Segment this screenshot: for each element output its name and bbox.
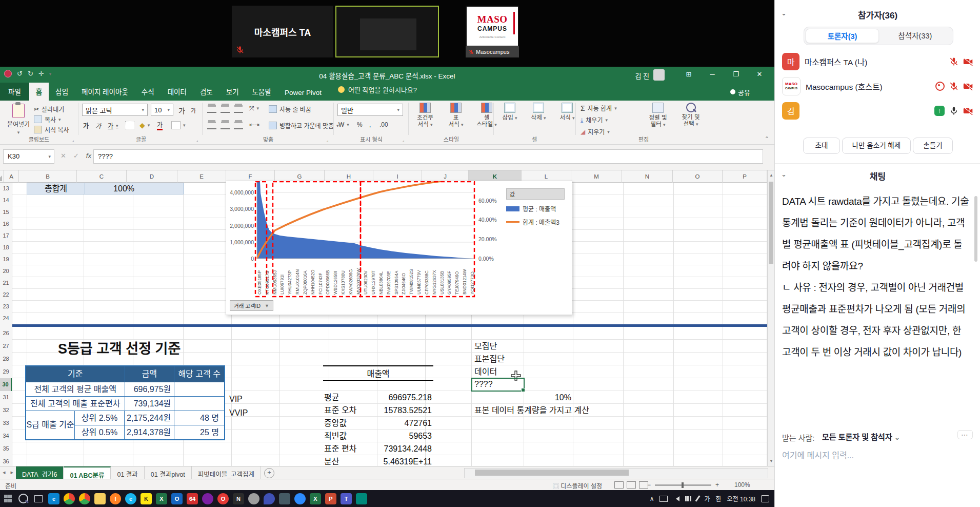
volume-icon[interactable] [673, 496, 679, 501]
row-headers[interactable]: 1314151617181920212223242627282930313233… [0, 183, 12, 466]
ribbon-tab[interactable]: 데이터 [161, 83, 193, 101]
row-header[interactable]: 14 [0, 194, 12, 206]
row-header[interactable]: 33 [0, 417, 12, 430]
chat-scrollbar[interactable] [974, 196, 977, 262]
phonetic-button[interactable]: ▾ [171, 121, 186, 129]
zoom-level[interactable]: 100% [734, 481, 750, 489]
zoom-slider[interactable]: −+ [647, 481, 719, 489]
taskbar-app-ie[interactable]: e [125, 493, 136, 504]
display-tray-icon[interactable] [659, 496, 668, 502]
row-header[interactable]: 18 [0, 242, 12, 254]
taskbar-app-purple[interactable] [202, 493, 213, 504]
new-sheet-button[interactable]: + [264, 468, 274, 478]
taskbar-app-excel[interactable]: X [156, 493, 167, 504]
row-header[interactable]: 15 [0, 206, 12, 218]
minimize-button[interactable]: ─ [704, 70, 721, 78]
font-size-combo[interactable]: 10▾ [151, 104, 173, 116]
row-header[interactable]: 31 [0, 391, 12, 404]
signed-in-user[interactable]: 김 진 [635, 71, 649, 81]
chart-legend[interactable]: 값 평균 : 매출액 합계 : 매출액3 [506, 188, 566, 226]
dialog-launcher-icon[interactable]: ⌟ [402, 138, 404, 143]
taskbar-app-chrome-2[interactable] [79, 493, 90, 504]
column-header[interactable]: C [77, 170, 127, 183]
column-header[interactable]: D [127, 170, 177, 183]
ribbon-tab[interactable]: 보기 [219, 83, 246, 101]
taskbar-app-file-explorer[interactable] [94, 493, 106, 504]
formula-input[interactable]: ???? [93, 149, 763, 164]
align-middle-icon[interactable] [221, 107, 230, 113]
taskbar-app-chrome[interactable] [64, 493, 75, 504]
participant-row[interactable]: MASO CAMPUS Masocampus (호스트) [775, 74, 980, 99]
pen-icon[interactable] [695, 495, 701, 501]
align-right-icon[interactable] [234, 123, 243, 129]
number-format-combo[interactable]: 일반▾ [337, 104, 403, 116]
dialog-launcher-icon[interactable]: ⌟ [196, 138, 198, 143]
underline-button[interactable]: 가▾ [108, 121, 118, 130]
row-header[interactable]: 30 [0, 378, 12, 391]
fx-icon[interactable]: fx [86, 152, 91, 160]
taskbar-app-opera[interactable]: O [217, 493, 229, 504]
ribbon-tab[interactable]: 수식 [135, 83, 161, 101]
taskbar-app-kakao[interactable]: K [141, 493, 152, 504]
sheet-tab[interactable]: 피벗테이블_고객집계 [192, 466, 261, 479]
row-header[interactable]: 29 [0, 365, 12, 378]
taskbar-app-settings[interactable] [248, 493, 259, 504]
scrollbar-thumb[interactable] [769, 182, 773, 264]
row-header[interactable]: 23 [0, 301, 12, 313]
video-tile-2-active-speaker[interactable] [335, 6, 439, 57]
ime-ga[interactable]: 가 [704, 494, 710, 503]
worksheet-grid[interactable]: ABCDEFGHIJKLMNOP 13141516171819202122232… [0, 170, 774, 466]
taskbar-app-teams[interactable]: T [341, 493, 352, 504]
column-header[interactable]: A [4, 170, 19, 183]
taskbar-app-camera[interactable] [279, 493, 290, 504]
participant-row[interactable]: 마 마소캠퍼스 TA (나) [775, 49, 980, 74]
cell-c13[interactable]: 100% [85, 183, 138, 194]
row-header[interactable]: 27 [0, 340, 12, 353]
percent-style-button[interactable]: % [357, 121, 363, 128]
raise-hand-button[interactable]: 손들기 [913, 138, 953, 154]
vertical-scrollbar[interactable]: ▲ ▼ [767, 170, 774, 466]
taskbar-app-edge[interactable]: e [48, 493, 59, 504]
borders-button[interactable] [125, 121, 134, 129]
taskbar-app-zoom[interactable] [294, 493, 306, 504]
taskbar-app-firefox[interactable]: f [110, 493, 121, 504]
invite-button[interactable]: 초대 [803, 138, 840, 154]
task-view-icon[interactable] [31, 490, 46, 507]
decimal-buttons[interactable]: .00 [379, 121, 388, 128]
row-header[interactable]: 17 [0, 230, 12, 242]
row-header[interactable]: 32 [0, 404, 12, 417]
dialog-launcher-icon[interactable]: ⌟ [72, 138, 74, 143]
taskbar-app-64-badge[interactable]: 64 [187, 493, 198, 504]
values-field-button[interactable]: 값 [506, 188, 565, 200]
cancel-icon[interactable]: ✕ [61, 152, 66, 160]
percent-cell[interactable]: 10% [524, 391, 571, 404]
restore-button[interactable]: ❐ [727, 70, 745, 78]
row-header[interactable]: 34 [0, 430, 12, 442]
wrap-text-button[interactable]: 자동 줄 바꿈 [269, 105, 311, 113]
shrink-font-button[interactable]: 가 [191, 106, 196, 114]
scroll-down-icon[interactable]: ▼ [769, 459, 773, 463]
sheet-tab[interactable]: 01 결과 [111, 466, 144, 479]
formula-bar-icons[interactable]: ✕ ✓ fx [61, 152, 91, 160]
align-bottom-icon[interactable] [234, 107, 243, 113]
column-header[interactable]: P [723, 170, 767, 183]
find-select-button[interactable]: 찾기 및선택 ▾ [676, 103, 706, 128]
horizontal-scrollbar[interactable] [464, 468, 768, 478]
row-header[interactable]: 28 [0, 353, 12, 365]
clock[interactable]: 오전 10:38 [727, 494, 755, 503]
taskbar-app-excel-2[interactable]: X [310, 493, 321, 504]
enter-icon[interactable]: ✓ [73, 152, 79, 160]
axis-field-button[interactable]: 거래 고객ID▼ [230, 300, 273, 311]
paste-button[interactable]: 붙여넣기▾ [5, 104, 32, 135]
sheet-tab[interactable]: DATA_경기6 [16, 466, 64, 479]
style-button[interactable]: 조건부서식 ▾ [412, 103, 438, 128]
select-all-corner[interactable] [0, 170, 4, 183]
tell-me-search[interactable]: 어떤 작업을 원하시나요? [338, 85, 417, 99]
indent-buttons[interactable]: ⇤⇥ [249, 121, 259, 128]
ribbon-tab[interactable]: 파일 [0, 83, 29, 101]
row-header[interactable]: 35 [0, 442, 12, 455]
column-header[interactable]: B [19, 170, 77, 183]
ribbon-display-options-icon[interactable]: ⊞ [680, 70, 697, 78]
autosum-button[interactable]: Σ자동 합계▾ [581, 104, 617, 112]
row-header[interactable]: 24 [0, 313, 12, 324]
